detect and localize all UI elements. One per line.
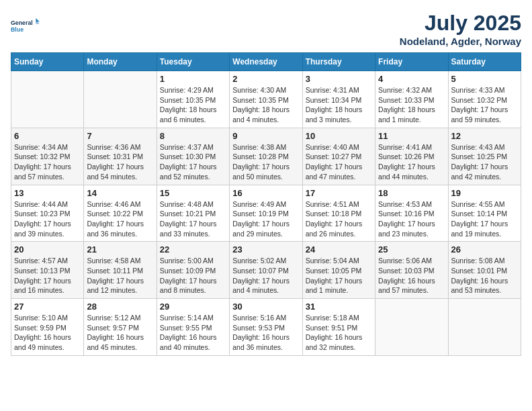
day-number: 24	[306, 244, 372, 255]
day-cell: 12Sunrise: 4:43 AMSunset: 10:25 PMDaylig…	[448, 128, 521, 185]
day-number: 7	[87, 131, 153, 141]
day-cell: 19Sunrise: 4:55 AMSunset: 10:14 PMDaylig…	[448, 185, 521, 242]
day-number: 14	[87, 188, 153, 198]
day-info: Sunrise: 5:04 AMSunset: 10:05 PMDaylight…	[306, 256, 372, 295]
day-number: 12	[451, 131, 518, 141]
day-info: Sunrise: 4:33 AMSunset: 10:32 PMDaylight…	[451, 85, 518, 125]
logo-svg: General Blue	[11, 11, 40, 40]
day-info: Sunrise: 5:06 AMSunset: 10:03 PMDaylight…	[378, 256, 445, 295]
day-number: 29	[160, 302, 226, 312]
day-cell: 3Sunrise: 4:31 AMSunset: 10:34 PMDayligh…	[302, 71, 375, 128]
day-info: Sunrise: 4:58 AMSunset: 10:11 PMDaylight…	[87, 256, 153, 295]
day-number: 19	[451, 188, 518, 198]
day-cell: 5Sunrise: 4:33 AMSunset: 10:32 PMDayligh…	[448, 71, 521, 128]
day-number: 15	[160, 188, 226, 198]
day-number: 21	[87, 244, 153, 255]
day-cell: 14Sunrise: 4:46 AMSunset: 10:22 PMDaylig…	[84, 185, 157, 242]
day-info: Sunrise: 4:55 AMSunset: 10:14 PMDaylight…	[451, 199, 518, 239]
day-cell: 22Sunrise: 5:00 AMSunset: 10:09 PMDaylig…	[157, 242, 229, 299]
day-cell: 4Sunrise: 4:32 AMSunset: 10:33 PMDayligh…	[375, 71, 448, 128]
day-cell: 6Sunrise: 4:34 AMSunset: 10:32 PMDayligh…	[11, 128, 84, 185]
day-number: 23	[232, 244, 299, 255]
day-info: Sunrise: 4:49 AMSunset: 10:19 PMDaylight…	[232, 199, 299, 239]
month-title: July 2025	[400, 11, 521, 36]
logo: General Blue	[11, 11, 40, 40]
day-info: Sunrise: 5:14 AMSunset: 9:55 PMDaylight:…	[160, 313, 226, 353]
day-number: 11	[378, 131, 445, 141]
day-info: Sunrise: 5:12 AMSunset: 9:57 PMDaylight:…	[87, 313, 153, 353]
calendar-table: SundayMondayTuesdayWednesdayThursdayFrid…	[11, 52, 521, 356]
day-info: Sunrise: 4:43 AMSunset: 10:25 PMDaylight…	[451, 142, 518, 182]
day-number: 25	[378, 244, 445, 255]
col-header-wednesday: Wednesday	[230, 53, 302, 71]
day-number: 26	[451, 244, 518, 255]
week-row-4: 20Sunrise: 4:57 AMSunset: 10:13 PMDaylig…	[11, 242, 521, 299]
week-row-2: 6Sunrise: 4:34 AMSunset: 10:32 PMDayligh…	[11, 128, 521, 185]
header-row: SundayMondayTuesdayWednesdayThursdayFrid…	[11, 53, 521, 71]
day-cell: 29Sunrise: 5:14 AMSunset: 9:55 PMDayligh…	[157, 299, 229, 356]
day-number: 9	[232, 131, 299, 141]
day-number: 30	[232, 302, 299, 312]
day-cell: 24Sunrise: 5:04 AMSunset: 10:05 PMDaylig…	[302, 242, 375, 299]
day-number: 2	[232, 74, 299, 84]
day-info: Sunrise: 4:29 AMSunset: 10:35 PMDaylight…	[160, 85, 226, 125]
day-cell: 23Sunrise: 5:02 AMSunset: 10:07 PMDaylig…	[230, 242, 302, 299]
day-number: 22	[160, 244, 226, 255]
svg-text:General: General	[11, 19, 33, 26]
day-info: Sunrise: 4:48 AMSunset: 10:21 PMDaylight…	[160, 199, 226, 239]
title-area: July 2025 Nodeland, Agder, Norway	[400, 11, 521, 47]
day-cell: 11Sunrise: 4:41 AMSunset: 10:26 PMDaylig…	[375, 128, 448, 185]
day-info: Sunrise: 5:10 AMSunset: 9:59 PMDaylight:…	[14, 313, 81, 353]
day-cell: 10Sunrise: 4:40 AMSunset: 10:27 PMDaylig…	[302, 128, 375, 185]
day-info: Sunrise: 4:37 AMSunset: 10:30 PMDaylight…	[160, 142, 226, 182]
header: General Blue July 2025 Nodeland, Agder, …	[11, 11, 521, 47]
day-cell: 21Sunrise: 4:58 AMSunset: 10:11 PMDaylig…	[84, 242, 157, 299]
day-info: Sunrise: 5:18 AMSunset: 9:51 PMDaylight:…	[306, 313, 372, 353]
day-cell: 1Sunrise: 4:29 AMSunset: 10:35 PMDayligh…	[157, 71, 229, 128]
day-number: 27	[14, 302, 81, 312]
day-cell	[448, 299, 521, 356]
location: Nodeland, Agder, Norway	[400, 36, 521, 47]
day-info: Sunrise: 4:44 AMSunset: 10:23 PMDaylight…	[14, 199, 81, 239]
day-cell: 18Sunrise: 4:53 AMSunset: 10:16 PMDaylig…	[375, 185, 448, 242]
day-number: 16	[232, 188, 299, 198]
week-row-1: 1Sunrise: 4:29 AMSunset: 10:35 PMDayligh…	[11, 71, 521, 128]
day-cell: 25Sunrise: 5:06 AMSunset: 10:03 PMDaylig…	[375, 242, 448, 299]
day-number: 8	[160, 131, 226, 141]
col-header-thursday: Thursday	[302, 53, 375, 71]
day-info: Sunrise: 4:57 AMSunset: 10:13 PMDaylight…	[14, 256, 81, 295]
day-info: Sunrise: 4:46 AMSunset: 10:22 PMDaylight…	[87, 199, 153, 239]
week-row-5: 27Sunrise: 5:10 AMSunset: 9:59 PMDayligh…	[11, 299, 521, 356]
day-cell: 9Sunrise: 4:38 AMSunset: 10:28 PMDayligh…	[230, 128, 302, 185]
day-cell: 8Sunrise: 4:37 AMSunset: 10:30 PMDayligh…	[157, 128, 229, 185]
day-cell: 31Sunrise: 5:18 AMSunset: 9:51 PMDayligh…	[302, 299, 375, 356]
col-header-saturday: Saturday	[448, 53, 521, 71]
day-cell	[11, 71, 84, 128]
col-header-sunday: Sunday	[11, 53, 84, 71]
day-number: 31	[306, 302, 372, 312]
day-number: 4	[378, 74, 445, 84]
day-info: Sunrise: 5:16 AMSunset: 9:53 PMDaylight:…	[232, 313, 299, 353]
svg-text:Blue: Blue	[11, 26, 24, 33]
day-info: Sunrise: 5:00 AMSunset: 10:09 PMDaylight…	[160, 256, 226, 295]
day-info: Sunrise: 4:30 AMSunset: 10:35 PMDaylight…	[232, 85, 299, 125]
day-number: 3	[306, 74, 372, 84]
day-info: Sunrise: 4:31 AMSunset: 10:34 PMDaylight…	[306, 85, 372, 125]
day-number: 13	[14, 188, 81, 198]
day-info: Sunrise: 5:08 AMSunset: 10:01 PMDaylight…	[451, 256, 518, 295]
day-info: Sunrise: 4:41 AMSunset: 10:26 PMDaylight…	[378, 142, 445, 182]
day-number: 10	[306, 131, 372, 141]
day-cell: 26Sunrise: 5:08 AMSunset: 10:01 PMDaylig…	[448, 242, 521, 299]
week-row-3: 13Sunrise: 4:44 AMSunset: 10:23 PMDaylig…	[11, 185, 521, 242]
day-cell	[84, 71, 157, 128]
day-number: 20	[14, 244, 81, 255]
day-info: Sunrise: 4:34 AMSunset: 10:32 PMDaylight…	[14, 142, 81, 182]
day-cell: 16Sunrise: 4:49 AMSunset: 10:19 PMDaylig…	[230, 185, 302, 242]
day-cell: 2Sunrise: 4:30 AMSunset: 10:35 PMDayligh…	[230, 71, 302, 128]
day-info: Sunrise: 4:53 AMSunset: 10:16 PMDaylight…	[378, 199, 445, 239]
day-cell: 27Sunrise: 5:10 AMSunset: 9:59 PMDayligh…	[11, 299, 84, 356]
day-cell: 13Sunrise: 4:44 AMSunset: 10:23 PMDaylig…	[11, 185, 84, 242]
day-cell: 15Sunrise: 4:48 AMSunset: 10:21 PMDaylig…	[157, 185, 229, 242]
day-number: 17	[306, 188, 372, 198]
col-header-monday: Monday	[84, 53, 157, 71]
